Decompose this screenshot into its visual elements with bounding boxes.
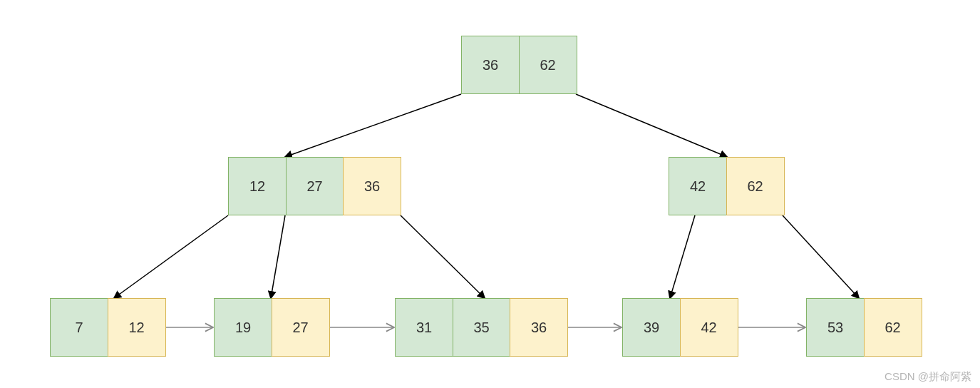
tree-node-leaf4: 5362 bbox=[806, 298, 922, 357]
tree-node-leaf2: 313536 bbox=[395, 298, 568, 357]
tree-edge bbox=[783, 215, 859, 298]
cell: 19 bbox=[214, 298, 272, 357]
tree-node-leaf0: 712 bbox=[50, 298, 166, 357]
cell: 62 bbox=[726, 157, 785, 215]
cell: 7 bbox=[50, 298, 108, 357]
watermark-text: CSDN @拼命阿紫 bbox=[884, 370, 971, 384]
tree-node-int0: 122736 bbox=[228, 157, 401, 215]
tree-node-leaf1: 1927 bbox=[214, 298, 330, 357]
cell: 12 bbox=[108, 298, 166, 357]
cell: 12 bbox=[228, 157, 287, 215]
tree-edge bbox=[401, 215, 485, 298]
cell: 42 bbox=[669, 157, 727, 215]
tree-edge bbox=[271, 215, 285, 298]
cell: 42 bbox=[680, 298, 738, 357]
tree-edge bbox=[114, 215, 228, 298]
cell: 36 bbox=[510, 298, 568, 357]
cell: 31 bbox=[395, 298, 453, 357]
cell: 27 bbox=[272, 298, 330, 357]
cell: 36 bbox=[461, 36, 520, 94]
tree-edge bbox=[285, 94, 461, 157]
tree-edge bbox=[576, 94, 727, 157]
cell: 62 bbox=[519, 36, 577, 94]
cell: 27 bbox=[286, 157, 344, 215]
cell: 53 bbox=[806, 298, 865, 357]
tree-node-root: 3662 bbox=[461, 36, 577, 94]
cell: 36 bbox=[343, 157, 401, 215]
cell: 35 bbox=[453, 298, 511, 357]
cell: 39 bbox=[622, 298, 681, 357]
cell: 62 bbox=[864, 298, 922, 357]
tree-edge bbox=[670, 215, 695, 298]
tree-node-leaf3: 3942 bbox=[622, 298, 738, 357]
tree-node-int1: 4262 bbox=[669, 157, 785, 215]
